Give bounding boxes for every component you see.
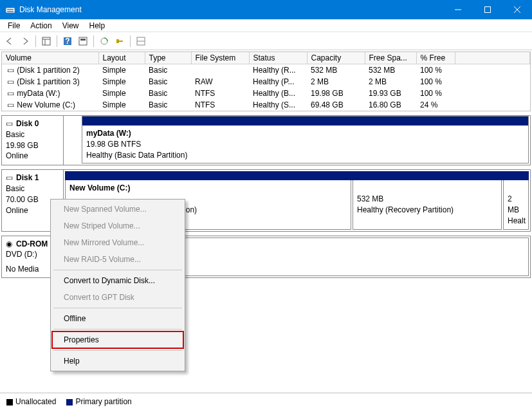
disk-0-label[interactable]: ▭Disk 0 Basic 19.98 GB Online [2,116,64,165]
separator [35,35,36,47]
partition-header-bar [82,116,528,126]
separator [53,350,182,351]
ctx-new-striped: New Striped Volume... [52,218,183,234]
layout-button[interactable] [134,34,148,48]
table-row[interactable]: ▭ New Volume (C:)SimpleBasicNTFSHealthy … [2,99,530,111]
menu-action[interactable]: Action [25,20,57,32]
window-title: Disk Management [19,5,443,14]
separator [53,308,182,308]
unallocated-swatch [6,399,13,405]
menubar: File Action View Help [0,19,532,32]
svg-rect-7 [42,37,50,45]
disk-1-name: Disk 1 [16,173,39,182]
svg-rect-13 [80,39,86,41]
col-capacity[interactable]: Capacity [307,52,365,64]
table-row[interactable]: ▭ (Disk 1 partition 3)SimpleBasicRAWHeal… [2,76,530,88]
back-button[interactable] [3,34,17,48]
legend-unallocated: Unallocated [6,397,56,406]
separator [53,270,182,270]
disk-0-size: 19.98 GB [6,140,59,151]
menu-help[interactable]: Help [84,20,111,32]
ctx-new-spanned: New Spanned Volume... [52,201,183,218]
menu-file[interactable]: File [3,20,25,32]
volume-icon: ▭ [6,66,15,75]
legend-primary: Primary partition [66,397,131,406]
cdrom-icon: ◉ [6,239,15,250]
col-volume[interactable]: Volume [2,52,98,64]
show-hide-tree-button[interactable] [39,34,53,48]
disk-0[interactable]: ▭Disk 0 Basic 19.98 GB Online myData (W:… [1,115,531,165]
partition-size: 19.98 GB NTFS [86,139,524,150]
disk-0-type: Basic [6,129,59,140]
svg-rect-16 [116,39,119,43]
ctx-offline[interactable]: Offline [52,310,183,327]
legend: Unallocated Primary partition [0,393,532,410]
disk-0-state: Online [6,151,59,162]
svg-rect-1 [7,9,14,10]
ctx-new-mirrored: New Mirrored Volume... [52,234,183,251]
ctx-convert-gpt: Convert to GPT Disk [52,289,183,306]
svg-rect-0 [6,8,15,13]
col-type[interactable]: Type [145,52,191,64]
volume-icon: ▭ [6,89,15,98]
rescan-button[interactable] [97,34,111,48]
svg-text:?: ? [65,37,69,46]
disk-1-partition-2[interactable]: 2 MB Healt [503,180,529,229]
app-icon [5,5,15,15]
partition-status: Healt [508,216,524,227]
disk-1-type: Basic [6,183,59,194]
menu-view[interactable]: View [57,20,84,32]
primary-partition-swatch [66,399,73,405]
ctx-properties[interactable]: Properties [52,331,183,348]
forward-button[interactable] [18,34,32,48]
disk-1-partition-1[interactable]: 532 MB Healthy (Recovery Partition) [353,180,502,229]
maximize-button[interactable] [473,0,502,19]
svg-rect-4 [485,7,491,13]
col-status[interactable]: Status [249,52,307,64]
col-filesystem[interactable]: File System [191,52,249,64]
partition-size: 532 MB [357,194,497,205]
col-spacer [455,52,530,64]
partition-name: New Volume (C:) [69,183,347,194]
col-free-space[interactable]: Free Spa... [365,52,416,64]
toolbar: ? [0,32,532,50]
partition-status: Healthy (Basic Data Partition) [86,150,524,161]
partition-size: 2 MB [508,194,524,216]
svg-rect-12 [79,37,87,45]
separator [57,35,57,47]
minimize-button[interactable] [443,0,473,19]
disk-0-name: Disk 0 [16,119,39,128]
svg-rect-2 [7,11,14,12]
help-button[interactable]: ? [60,34,75,48]
close-button[interactable] [502,0,532,19]
ctx-new-raid5: New RAID-5 Volume... [52,251,183,268]
disk-icon: ▭ [6,172,15,183]
table-row[interactable]: ▭ myData (W:)SimpleBasicNTFSHealthy (B..… [2,88,530,99]
disk-icon: ▭ [6,118,15,129]
col-pct-free[interactable]: % Free [416,52,455,64]
partition-header-bar [65,171,529,180]
volume-table: Volume Layout Type File System Status Ca… [1,51,531,111]
separator [93,35,94,47]
separator [53,329,182,330]
partition-name: myData (W:) [86,128,524,139]
volume-icon: ▭ [6,100,15,109]
col-layout[interactable]: Layout [98,52,145,64]
disk-0-partition-0[interactable]: myData (W:) 19.98 GB NTFS Healthy (Basic… [82,126,528,163]
refresh-button[interactable] [76,34,90,48]
separator [130,35,131,47]
cdrom-name: CD-ROM [16,239,48,248]
volume-icon: ▭ [6,77,15,86]
settings-button[interactable] [113,34,127,48]
context-menu: New Spanned Volume... New Striped Volume… [50,199,185,371]
ctx-help[interactable]: Help [52,353,183,369]
table-header-row: Volume Layout Type File System Status Ca… [2,52,530,64]
table-row[interactable]: ▭ (Disk 1 partition 2)SimpleBasicHealthy… [2,64,530,77]
ctx-convert-dynamic[interactable]: Convert to Dynamic Disk... [52,272,183,289]
partition-status: Healthy (Recovery Partition) [357,205,497,216]
titlebar: Disk Management [0,0,532,19]
